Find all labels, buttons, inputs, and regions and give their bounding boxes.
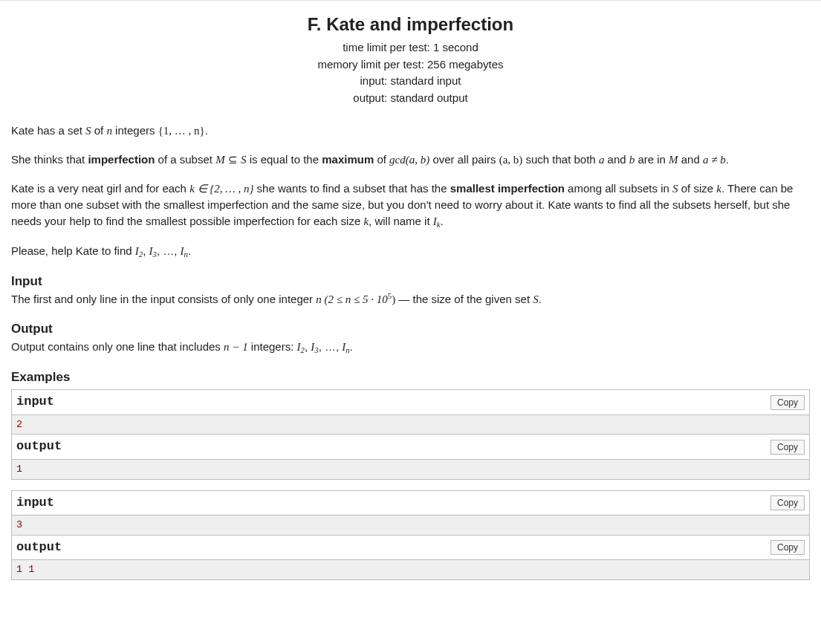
input-section-text: The first and only line in the input con… (11, 290, 810, 308)
statement-p1: Kate has a set S of n integers {1, … , n… (11, 123, 810, 140)
example-output-body: 1 1 (12, 559, 809, 579)
example-block: input Copy 2 output Copy 1 (11, 389, 810, 479)
example-input-label: input (16, 494, 54, 513)
example-input-body: 3 (12, 515, 809, 535)
output-file: output: standard output (11, 90, 810, 107)
copy-button[interactable]: Copy (770, 395, 805, 410)
statement-p4: Please, help Kate to find I2, I3, …, In. (11, 243, 810, 261)
example-output-row: output Copy 1 (11, 435, 810, 479)
example-output-head: output Copy (12, 536, 809, 560)
example-block: input Copy 3 output Copy 1 1 (11, 490, 810, 580)
example-input-body: 2 (12, 414, 809, 435)
problem-meta: time limit per test: 1 second memory lim… (11, 39, 810, 106)
copy-button[interactable]: Copy (770, 495, 805, 510)
copy-button[interactable]: Copy (770, 540, 805, 555)
output-section-title: Output (11, 320, 810, 339)
examples-section-title: Examples (11, 368, 810, 387)
input-file: input: standard input (11, 73, 810, 90)
copy-button[interactable]: Copy (770, 440, 805, 455)
example-input-row: input Copy 3 (11, 490, 810, 536)
problem-title: F. Kate and imperfection (11, 14, 810, 35)
problem-statement: Kate has a set S of n integers {1, … , n… (11, 123, 810, 580)
statement-p3: Kate is a very neat girl and for each k … (11, 180, 810, 231)
example-input-head: input Copy (12, 390, 809, 414)
example-input-row: input Copy 2 (11, 389, 810, 435)
example-output-label: output (16, 539, 62, 557)
memory-limit: memory limit per test: 256 megabytes (11, 56, 810, 74)
problem-header: F. Kate and imperfection time limit per … (11, 14, 810, 106)
output-section-text: Output contains only one line that inclu… (11, 339, 810, 357)
example-output-row: output Copy 1 1 (11, 536, 810, 580)
example-input-label: input (16, 393, 54, 412)
time-limit: time limit per test: 1 second (11, 39, 810, 56)
example-output-body: 1 (12, 459, 809, 479)
statement-p2: She thinks that imperfection of a subset… (11, 152, 810, 169)
input-section-title: Input (11, 273, 810, 291)
example-input-head: input Copy (12, 491, 809, 515)
problem-page: F. Kate and imperfection time limit per … (0, 0, 821, 605)
example-output-label: output (16, 438, 62, 456)
example-output-head: output Copy (12, 435, 809, 459)
